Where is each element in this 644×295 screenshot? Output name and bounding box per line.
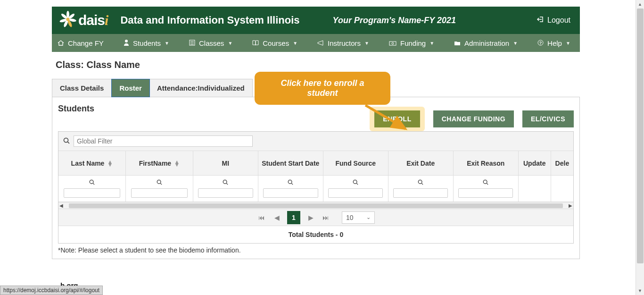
scroll-down-icon[interactable]: ▼ xyxy=(636,287,644,295)
filter-input-start-date[interactable] xyxy=(263,188,318,198)
svg-point-31 xyxy=(484,180,487,184)
nav-administration[interactable]: Administration ▼ xyxy=(454,39,518,47)
chevron-down-icon: ▼ xyxy=(293,41,297,46)
scrollbar-thumb[interactable] xyxy=(637,8,644,263)
system-title: Data and Information System Illinois xyxy=(120,14,299,26)
svg-point-7 xyxy=(66,18,70,21)
total-students: Total Students - 0 xyxy=(58,226,573,243)
tab-roster[interactable]: Roster xyxy=(111,79,150,97)
nav-change-fy[interactable]: Change FY xyxy=(58,39,104,47)
page-size-select[interactable]: 10 ⌄ xyxy=(342,211,375,224)
search-icon xyxy=(418,179,423,186)
pager-current[interactable]: 1 xyxy=(287,211,300,224)
svg-line-28 xyxy=(356,183,358,185)
nav-help[interactable]: ? Help ▼ xyxy=(537,39,570,47)
vertical-scrollbar[interactable]: ▲ ▼ xyxy=(636,0,644,295)
col-fund-source[interactable]: Fund Source xyxy=(323,151,388,175)
biodemo-note: *Note: Please select a student to see th… xyxy=(58,246,574,254)
filter-input-first-name[interactable] xyxy=(131,188,188,198)
col-first-name[interactable]: FirstName ▲▼ xyxy=(126,151,193,175)
logo-text: daisi xyxy=(78,12,108,28)
svg-point-8 xyxy=(125,40,128,42)
chevron-down-icon: ▼ xyxy=(364,41,369,46)
pager-first[interactable]: ⏮ xyxy=(257,214,266,221)
svg-line-32 xyxy=(487,183,488,185)
pager-next[interactable]: ▶ xyxy=(306,214,315,221)
col-student-start-date[interactable]: Student Start Date xyxy=(258,151,323,175)
logout-label: Logout xyxy=(547,16,570,25)
search-icon xyxy=(157,179,162,186)
list-icon xyxy=(189,39,195,47)
global-filter-input[interactable] xyxy=(74,135,253,147)
filter-delete xyxy=(551,176,573,202)
svg-point-19 xyxy=(90,180,93,184)
filter-input-mi[interactable] xyxy=(198,188,253,198)
svg-line-22 xyxy=(160,183,162,185)
col-last-name[interactable]: Last Name ▲▼ xyxy=(58,151,126,175)
column-filters xyxy=(58,176,573,202)
chevron-down-icon: ▼ xyxy=(165,41,169,46)
money-icon xyxy=(389,39,396,47)
nav-courses[interactable]: Courses ▼ xyxy=(252,39,297,47)
daisi-flower-icon xyxy=(57,11,79,30)
help-icon: ? xyxy=(537,39,544,47)
pager: ⏮ ◀ 1 ▶ ⏭ 10 ⌄ xyxy=(58,209,573,226)
chevron-down-icon: ⌄ xyxy=(366,214,371,220)
scroll-left-icon[interactable]: ◀ xyxy=(58,203,64,208)
change-funding-button[interactable]: CHANGE FUNDING xyxy=(433,110,514,127)
svg-line-18 xyxy=(68,142,70,143)
students-grid: Last Name ▲▼ FirstName ▲▼ MI Student Sta… xyxy=(58,131,574,244)
pager-last[interactable]: ⏭ xyxy=(321,214,330,221)
chevron-down-icon: ▼ xyxy=(513,41,518,46)
chevron-down-icon: ▼ xyxy=(429,41,434,46)
filter-start-date xyxy=(258,176,323,202)
nav-classes[interactable]: Classes ▼ xyxy=(189,39,232,47)
book-icon xyxy=(252,39,259,47)
nav-instructors[interactable]: Instructors ▼ xyxy=(317,39,369,47)
tab-bar: Class Details Roster Attendance:Individu… xyxy=(52,79,253,97)
logo: daisi xyxy=(57,11,108,30)
program-name: Your Program's Name-FY 2021 xyxy=(333,16,537,25)
col-update[interactable]: Update xyxy=(519,151,551,175)
main-nav: Change FY Students ▼ Classes ▼ xyxy=(52,34,580,52)
col-exit-date[interactable]: Exit Date xyxy=(388,151,454,175)
scroll-up-icon[interactable]: ▲ xyxy=(636,0,644,8)
pager-prev[interactable]: ◀ xyxy=(272,214,281,221)
nav-students[interactable]: Students ▼ xyxy=(124,39,169,47)
col-delete[interactable]: Dele xyxy=(551,151,573,175)
svg-rect-13 xyxy=(389,42,396,45)
el-civics-button[interactable]: EL/CIVICS xyxy=(522,110,574,127)
svg-point-27 xyxy=(354,180,357,184)
filter-input-exit-date[interactable] xyxy=(393,188,448,198)
folder-icon xyxy=(454,39,461,47)
search-icon xyxy=(288,179,293,186)
scroll-right-icon[interactable]: ▶ xyxy=(568,203,573,208)
nav-funding[interactable]: Funding ▼ xyxy=(389,39,434,47)
col-mi[interactable]: MI xyxy=(193,151,258,175)
table-header: Last Name ▲▼ FirstName ▲▼ MI Student Sta… xyxy=(58,151,573,176)
logout-icon xyxy=(537,16,545,25)
filter-exit-date xyxy=(388,176,454,202)
logout-link[interactable]: Logout xyxy=(537,16,570,25)
tab-attendance[interactable]: Attendance:Individualized xyxy=(149,79,252,97)
horizontal-scrollbar[interactable]: ◀ ▶ xyxy=(58,202,573,209)
callout-arrow-icon xyxy=(363,103,410,131)
scrollbar-track[interactable] xyxy=(69,203,563,208)
svg-point-21 xyxy=(157,180,161,184)
home-icon xyxy=(58,39,64,47)
megaphone-icon xyxy=(317,39,324,47)
search-icon xyxy=(353,179,358,186)
filter-input-last-name[interactable] xyxy=(64,188,121,198)
panel-title: Students xyxy=(58,104,94,114)
chevron-down-icon: ▼ xyxy=(566,41,570,46)
filter-fund-source xyxy=(323,176,388,202)
search-icon xyxy=(63,137,70,145)
filter-input-exit-reason[interactable] xyxy=(458,188,513,198)
filter-last-name xyxy=(58,176,126,202)
tab-class-details[interactable]: Class Details xyxy=(52,79,112,97)
callout-tooltip: Click here to enroll a student xyxy=(255,72,390,105)
search-icon xyxy=(89,179,95,186)
svg-line-20 xyxy=(93,183,94,185)
filter-input-fund-source[interactable] xyxy=(328,188,383,198)
col-exit-reason[interactable]: Exit Reason xyxy=(454,151,519,175)
